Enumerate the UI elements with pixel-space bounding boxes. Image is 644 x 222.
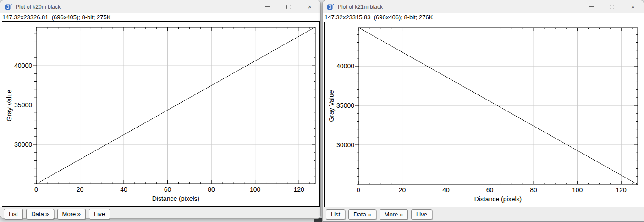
svg-text:35000: 35000 <box>14 101 32 109</box>
svg-text:80: 80 <box>208 186 215 193</box>
window-controls: × <box>580 0 644 13</box>
titlebar[interactable]: Plot of k20m black × <box>0 0 320 13</box>
svg-text:0: 0 <box>34 186 38 193</box>
plot-canvas[interactable]: 020406080100120300003500040000Distance (… <box>324 22 642 207</box>
plot-toolbar: List Data » More » Live <box>323 207 644 222</box>
svg-text:Distance (pixels): Distance (pixels) <box>152 195 199 202</box>
profile-plot-svg: 020406080100120300003500040000Distance (… <box>325 22 642 207</box>
svg-text:60: 60 <box>164 186 171 193</box>
plot-canvas[interactable]: 020406080100120300003500040000Distance (… <box>2 21 320 207</box>
svg-text:30000: 30000 <box>14 141 32 148</box>
svg-text:Distance (pixels): Distance (pixels) <box>474 195 522 203</box>
window-bottom-edge <box>323 221 644 222</box>
svg-text:0: 0 <box>357 186 360 194</box>
window-controls: × <box>257 0 320 13</box>
live-button[interactable]: Live <box>411 209 432 220</box>
svg-text:40000: 40000 <box>14 62 32 69</box>
svg-text:80: 80 <box>530 186 537 194</box>
plot-window-k20m: Plot of k20m black × 147.32x23326.81 (69… <box>0 0 321 219</box>
close-icon[interactable]: × <box>622 0 644 13</box>
plot-window-k21m: Plot of k21m black × 147.32x23315.83 (69… <box>322 0 644 222</box>
plot-toolbar: List Data » More » Live <box>0 207 320 218</box>
live-button[interactable]: Live <box>89 209 110 219</box>
status-text: 147.32x23315.83 (696x406); 8-bit; 276K <box>323 13 644 21</box>
svg-text:20: 20 <box>77 186 84 193</box>
imagej-icon <box>327 3 334 11</box>
minimize-icon[interactable] <box>580 0 601 13</box>
more-button[interactable]: More » <box>57 209 86 219</box>
data-button[interactable]: Data » <box>26 209 54 219</box>
maximize-icon[interactable] <box>278 0 299 13</box>
svg-text:100: 100 <box>572 186 583 194</box>
svg-text:40: 40 <box>120 186 127 193</box>
window-title: Plot of k21m black <box>338 4 383 10</box>
list-button[interactable]: List <box>326 209 345 220</box>
svg-text:100: 100 <box>250 186 261 193</box>
svg-text:Gray Value: Gray Value <box>328 90 335 122</box>
svg-text:20: 20 <box>399 186 406 194</box>
profile-plot-svg: 020406080100120300003500040000Distance (… <box>2 22 319 206</box>
window-title: Plot of k20m black <box>16 4 61 10</box>
titlebar[interactable]: Plot of k21m black × <box>323 0 644 13</box>
svg-text:35000: 35000 <box>336 102 354 109</box>
maximize-icon[interactable] <box>601 0 622 13</box>
svg-text:120: 120 <box>616 186 627 194</box>
more-button[interactable]: More » <box>380 209 408 220</box>
svg-text:Gray Value: Gray Value <box>6 89 13 121</box>
svg-text:60: 60 <box>486 186 494 194</box>
data-button[interactable]: Data » <box>348 209 376 220</box>
minimize-icon[interactable] <box>257 0 278 13</box>
svg-text:40: 40 <box>442 186 450 194</box>
svg-text:120: 120 <box>293 186 304 193</box>
svg-text:40000: 40000 <box>336 62 354 70</box>
imagej-icon <box>5 3 12 11</box>
close-icon[interactable]: × <box>299 0 320 13</box>
list-button[interactable]: List <box>4 209 23 219</box>
status-text: 147.32x23326.81 (696x405); 8-bit; 275K <box>0 13 320 21</box>
svg-text:30000: 30000 <box>336 141 354 149</box>
